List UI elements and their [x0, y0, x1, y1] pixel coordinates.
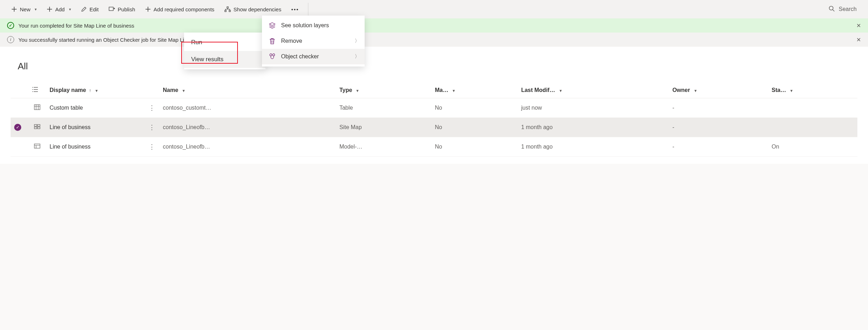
menu-label: Object checker — [281, 53, 319, 60]
col-last-modified[interactable]: Last Modif… ▾ — [518, 82, 669, 98]
search-icon — [829, 6, 835, 13]
dependencies-icon — [224, 6, 231, 12]
col-icon-header[interactable] — [28, 82, 46, 98]
submenu-view-results[interactable]: View results — [184, 51, 265, 68]
row-checkbox[interactable]: ✓ — [14, 124, 21, 131]
svg-point-6 — [273, 54, 275, 56]
new-label: New — [20, 6, 30, 12]
page-title: All — [18, 61, 857, 72]
cell-name: contoso_customt… — [159, 98, 336, 118]
cell-display-name: Custom table — [46, 98, 145, 118]
menu-label: Remove — [281, 38, 302, 44]
close-icon[interactable]: ✕ — [856, 22, 861, 29]
list-icon — [32, 87, 38, 93]
col-label: Ma… — [435, 87, 449, 93]
cell-owner: - — [669, 118, 768, 137]
row-checkbox[interactable] — [14, 143, 21, 150]
search-input[interactable]: Search — [824, 4, 861, 15]
info-banner: i You successfully started running an Ob… — [0, 33, 868, 47]
edit-button[interactable]: Edit — [77, 4, 103, 15]
overflow-menu: See solution layers Remove 〉 Object chec… — [262, 16, 365, 66]
submenu-label: Run — [191, 39, 202, 46]
svg-rect-3 — [229, 10, 230, 12]
publish-icon — [109, 6, 115, 12]
svg-rect-7 — [34, 105, 40, 110]
edit-label: Edit — [90, 6, 99, 12]
chevron-right-icon: 〉 — [355, 53, 360, 60]
menu-remove[interactable]: Remove 〉 — [262, 33, 365, 49]
table-icon — [34, 105, 40, 111]
success-text: Your run completed for Site Map Line of … — [18, 23, 134, 29]
col-status[interactable]: Sta… ▾ — [768, 82, 857, 98]
col-owner[interactable]: Owner ▾ — [669, 82, 768, 98]
sitemap-icon — [34, 124, 40, 130]
add-required-label: Add required components — [154, 6, 215, 12]
layers-icon — [268, 22, 276, 29]
more-icon: ••• — [291, 6, 299, 12]
svg-rect-9 — [38, 125, 40, 126]
check-icon: ✓ — [7, 22, 14, 29]
chevron-down-icon: ▾ — [183, 88, 185, 93]
chevron-down-icon: ▾ — [35, 7, 37, 12]
col-managed[interactable]: Ma… ▾ — [432, 82, 518, 98]
col-type[interactable]: Type ▾ — [336, 82, 432, 98]
svg-rect-12 — [34, 144, 40, 148]
content-area: Run View results All Display name ↑ ▾ — [0, 47, 868, 164]
submenu-label: View results — [191, 56, 223, 63]
cell-owner: - — [669, 137, 768, 157]
chevron-right-icon: 〉 — [355, 38, 360, 44]
components-table: Display name ↑ ▾ Name ▾ Type ▾ Ma… ▾ — [11, 82, 857, 157]
submenu-run[interactable]: Run — [184, 34, 265, 51]
object-checker-submenu: Run View results — [184, 33, 265, 69]
row-actions-button[interactable]: ⋮ — [149, 104, 155, 111]
menu-see-solution-layers[interactable]: See solution layers — [262, 18, 365, 33]
toolbar-divider — [308, 3, 308, 16]
chevron-down-icon: ▾ — [695, 88, 697, 93]
table-row[interactable]: ✓ Line of business ⋮ contoso_Lineofb… Si… — [11, 118, 857, 137]
cell-status — [768, 118, 857, 137]
col-display-name[interactable]: Display name ↑ ▾ — [46, 82, 145, 98]
show-dependencies-button[interactable]: Show dependencies — [220, 4, 286, 15]
info-icon: i — [7, 36, 14, 43]
col-label: Last Modif… — [521, 87, 555, 93]
cell-display-name: Line of business — [46, 137, 145, 157]
col-name[interactable]: Name ▾ — [159, 82, 336, 98]
svg-rect-0 — [109, 7, 113, 11]
cell-managed: No — [432, 98, 518, 118]
col-label: Type — [339, 87, 352, 93]
table-header-row: Display name ↑ ▾ Name ▾ Type ▾ Ma… ▾ — [11, 82, 857, 98]
svg-rect-1 — [227, 7, 228, 8]
trash-icon — [268, 37, 276, 45]
new-button[interactable]: New ▾ — [7, 4, 41, 15]
cell-type: Table — [336, 98, 432, 118]
add-label: Add — [55, 6, 65, 12]
col-select[interactable] — [11, 82, 28, 98]
success-banner: ✓ Your run completed for Site Map Line o… — [0, 18, 868, 33]
menu-label: See solution layers — [281, 22, 329, 29]
add-required-button[interactable]: Add required components — [141, 4, 219, 15]
overflow-button[interactable]: ••• — [287, 4, 303, 15]
sort-asc-icon: ↑ — [89, 88, 91, 93]
menu-object-checker[interactable]: Object checker 〉 — [262, 49, 365, 64]
cell-last-modified: 1 month ago — [518, 137, 669, 157]
cell-type: Model-… — [336, 137, 432, 157]
table-row[interactable]: Line of business ⋮ contoso_Lineofb… Mode… — [11, 137, 857, 157]
publish-button[interactable]: Publish — [104, 4, 139, 15]
cell-last-modified: 1 month ago — [518, 118, 669, 137]
cell-display-name: Line of business — [46, 118, 145, 137]
cell-last-modified: just now — [518, 98, 669, 118]
col-label: Owner — [672, 87, 690, 93]
plus-icon — [145, 6, 151, 12]
cell-name: contoso_Lineofb… — [159, 118, 336, 137]
show-deps-label: Show dependencies — [234, 6, 281, 12]
close-icon[interactable]: ✕ — [856, 36, 861, 43]
row-actions-button[interactable]: ⋮ — [149, 143, 155, 150]
row-actions-button[interactable]: ⋮ — [149, 124, 155, 131]
search-placeholder: Search — [839, 6, 857, 12]
cell-name: contoso_Lineofb… — [159, 137, 336, 157]
cell-managed: No — [432, 118, 518, 137]
row-checkbox[interactable] — [14, 104, 21, 111]
table-row[interactable]: Custom table ⋮ contoso_customt… Table No… — [11, 98, 857, 118]
plus-icon — [11, 6, 17, 12]
add-button[interactable]: Add ▾ — [42, 4, 75, 15]
